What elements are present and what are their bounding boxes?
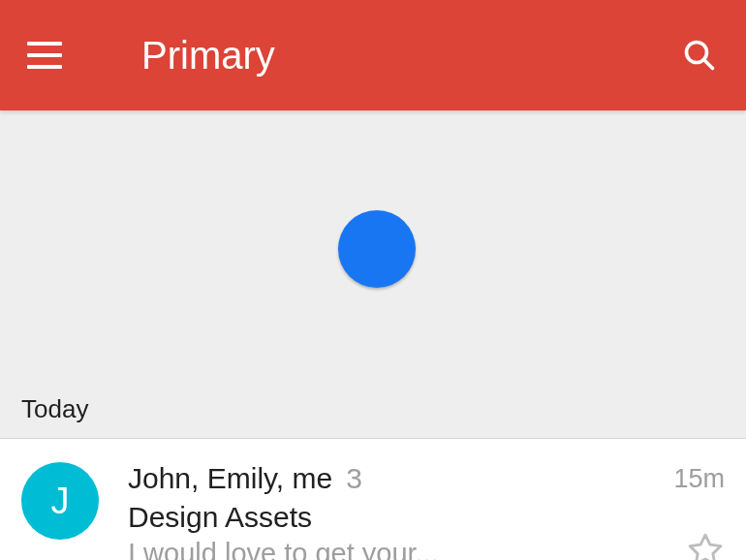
preview: I would love to get your... <box>128 538 658 560</box>
senders: John, Emily, me <box>128 462 332 495</box>
thread-count: 3 <box>346 462 362 495</box>
email-item[interactable]: J John, Emily, me 3 Design Assets I woul… <box>0 439 746 560</box>
loading-indicator <box>338 210 416 288</box>
email-content: John, Emily, me 3 Design Assets I would … <box>128 462 658 560</box>
app-title: Primary <box>141 34 680 78</box>
sender-line: John, Emily, me 3 <box>128 462 658 495</box>
app-bar: Primary <box>0 0 746 110</box>
email-list: J John, Emily, me 3 Design Assets I woul… <box>0 438 746 560</box>
search-icon[interactable] <box>680 36 719 75</box>
email-meta: 15m <box>673 462 725 560</box>
subject: Design Assets <box>128 501 658 534</box>
menu-icon[interactable] <box>27 42 62 69</box>
svg-line-1 <box>704 60 713 69</box>
loading-area <box>0 110 746 394</box>
section-header: Today <box>0 394 746 438</box>
timestamp: 15m <box>673 464 725 494</box>
star-icon[interactable] <box>686 531 725 560</box>
svg-marker-2 <box>690 535 721 560</box>
avatar[interactable]: J <box>21 462 99 540</box>
